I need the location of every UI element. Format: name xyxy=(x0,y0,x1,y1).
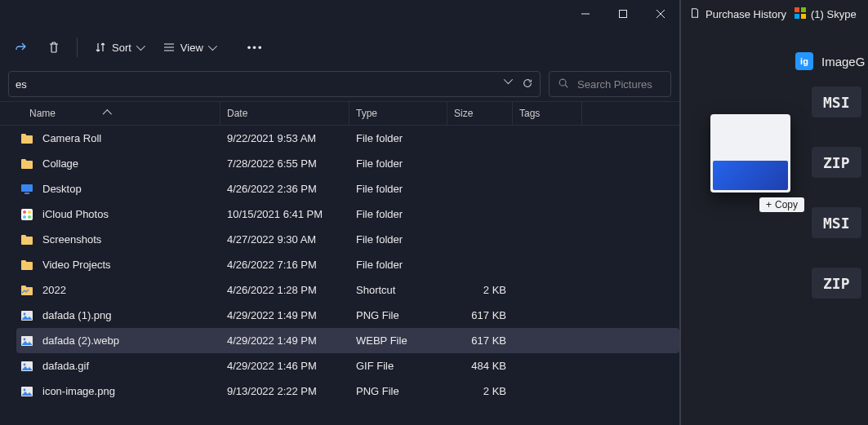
file-size: 2 KB xyxy=(447,385,513,397)
download-badge[interactable]: MSI xyxy=(812,207,861,238)
ms-logo-icon xyxy=(795,7,806,21)
drag-thumbnail-preview xyxy=(713,161,788,190)
icloud-icon xyxy=(20,207,34,222)
svg-point-20 xyxy=(24,388,26,391)
sort-asc-icon xyxy=(103,109,112,118)
download-badge[interactable]: MSI xyxy=(812,86,861,117)
svg-rect-21 xyxy=(795,7,799,12)
file-row[interactable]: Video Projects4/26/2022 7:16 PMFile fold… xyxy=(16,252,679,277)
file-name: dafada (2).webp xyxy=(42,334,119,347)
app-name: ImageG xyxy=(821,55,865,69)
maximize-button[interactable] xyxy=(604,0,642,28)
file-row[interactable]: Screenshots4/27/2022 9:30 AMFile folder xyxy=(16,227,679,252)
more-button[interactable]: ••• xyxy=(239,33,272,61)
file-explorer-window: Sort View ••• es xyxy=(0,0,679,425)
column-tags[interactable]: Tags xyxy=(513,102,582,125)
svg-line-5 xyxy=(565,85,568,87)
column-name[interactable]: Name xyxy=(16,102,220,125)
sort-icon xyxy=(94,41,107,54)
svg-rect-24 xyxy=(801,14,806,19)
delete-button[interactable] xyxy=(39,33,69,61)
file-name: dafada.gif xyxy=(42,360,89,372)
toolbar: Sort View ••• xyxy=(0,28,679,67)
file-type: File folder xyxy=(349,208,447,220)
file-row[interactable]: Desktop4/26/2022 2:36 PMFile folder xyxy=(16,176,679,201)
image-icon xyxy=(20,308,34,323)
file-size: 484 KB xyxy=(447,360,513,372)
file-date: 4/26/2022 2:36 PM xyxy=(220,183,349,195)
column-headers: Name Date Type Size Tags xyxy=(0,101,679,126)
toolbar-separator xyxy=(77,38,78,57)
file-date: 4/29/2022 1:46 PM xyxy=(220,360,349,372)
search-placeholder: Search Pictures xyxy=(577,78,652,91)
folder-icon xyxy=(20,131,34,146)
file-type: WEBP File xyxy=(349,334,447,347)
document-icon xyxy=(689,7,701,21)
column-size[interactable]: Size xyxy=(447,102,513,125)
file-row[interactable]: Camera Roll9/22/2021 9:53 AMFile folder xyxy=(16,126,679,151)
file-row[interactable]: iCloud Photos10/15/2021 6:41 PMFile fold… xyxy=(16,201,679,227)
file-name: iCloud Photos xyxy=(42,208,109,220)
file-type: File folder xyxy=(349,259,447,271)
tab-purchase-history[interactable]: Purchase History xyxy=(689,7,786,21)
copy-tooltip: + Copy xyxy=(759,197,804,212)
desktop-icon xyxy=(20,182,34,197)
file-size: 617 KB xyxy=(447,334,513,347)
tab-skype[interactable]: (1) Skype xyxy=(795,7,857,21)
close-button[interactable] xyxy=(642,0,679,28)
download-badge[interactable]: ZIP xyxy=(812,147,861,178)
breadcrumb-chevron-icon[interactable] xyxy=(504,74,513,83)
column-type[interactable]: Type xyxy=(349,102,447,125)
plus-icon: + xyxy=(766,199,772,210)
ellipsis-icon: ••• xyxy=(247,42,264,54)
file-type: Shortcut xyxy=(349,284,447,296)
file-row[interactable]: Collage7/28/2022 6:55 PMFile folder xyxy=(16,151,679,176)
svg-point-14 xyxy=(24,312,26,315)
file-date: 9/22/2021 9:53 AM xyxy=(220,132,349,144)
share-icon xyxy=(15,41,28,54)
minimize-button[interactable] xyxy=(567,0,604,28)
svg-rect-1 xyxy=(620,11,627,18)
file-row[interactable]: dafada (1).png4/29/2022 1:49 PMPNG File6… xyxy=(16,303,679,328)
column-date[interactable]: Date xyxy=(220,102,349,125)
file-date: 7/28/2022 6:55 PM xyxy=(220,157,349,170)
chevron-down-icon xyxy=(136,42,145,51)
folder-icon xyxy=(20,157,34,171)
file-row[interactable]: dafada.gif4/29/2022 1:46 PMGIF File484 K… xyxy=(16,353,679,379)
file-name: 2022 xyxy=(42,284,66,296)
share-button[interactable] xyxy=(7,33,36,61)
svg-rect-6 xyxy=(21,184,33,192)
search-input[interactable]: Search Pictures xyxy=(549,71,671,97)
file-type: PNG File xyxy=(349,309,447,321)
sort-label: Sort xyxy=(112,42,131,54)
view-label: View xyxy=(180,42,203,54)
svg-point-18 xyxy=(24,363,26,365)
image-icon xyxy=(20,334,34,348)
drag-thumbnail xyxy=(710,114,790,193)
file-row[interactable]: 20224/26/2022 1:28 PMShortcut2 KB xyxy=(16,277,679,303)
svg-rect-23 xyxy=(795,14,799,19)
file-size: 2 KB xyxy=(447,284,513,296)
app-header: ig ImageG xyxy=(681,52,868,70)
shortcut-icon xyxy=(20,283,34,298)
svg-point-16 xyxy=(24,338,26,340)
refresh-button[interactable] xyxy=(522,77,533,91)
file-type: File folder xyxy=(349,157,447,170)
view-button[interactable]: View xyxy=(154,33,223,61)
file-type: File folder xyxy=(349,233,447,246)
file-size: 617 KB xyxy=(447,309,513,321)
file-type: PNG File xyxy=(349,385,447,397)
file-row[interactable]: dafada (2).webp4/29/2022 1:49 PMWEBP Fil… xyxy=(16,328,679,353)
file-list: Camera Roll9/22/2021 9:53 AMFile folderC… xyxy=(0,126,679,404)
svg-point-4 xyxy=(559,79,566,86)
browser-tabs: Purchase History (1) Skype xyxy=(681,0,868,28)
svg-rect-22 xyxy=(801,7,806,12)
download-badge[interactable]: ZIP xyxy=(812,268,861,299)
file-row[interactable]: icon-image.png9/13/2022 2:22 PMPNG File2… xyxy=(16,379,679,404)
address-bar[interactable]: es xyxy=(8,71,541,97)
image-icon xyxy=(20,359,34,374)
file-type: File folder xyxy=(349,132,447,144)
sort-button[interactable]: Sort xyxy=(86,33,151,61)
file-date: 4/27/2022 9:30 AM xyxy=(220,233,349,246)
title-bar xyxy=(0,0,679,28)
